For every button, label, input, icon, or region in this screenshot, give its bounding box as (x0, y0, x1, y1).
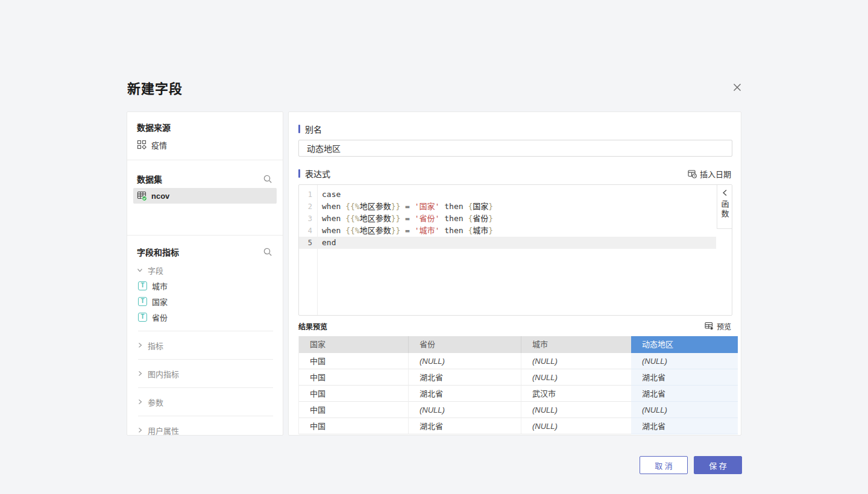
table-row: 中国湖北省武汉市湖北省 (299, 386, 737, 402)
code-text: case (317, 189, 341, 201)
dataset-item-label: ncov (151, 192, 169, 201)
table-cell: (NULL) (521, 369, 631, 386)
preview-table-body: 中国(NULL)(NULL)(NULL)中国湖北省(NULL)湖北省中国湖北省武… (299, 353, 737, 434)
chevron-right-icon (137, 370, 143, 377)
cancel-button[interactable]: 取 消 (640, 456, 688, 474)
insert-date-button[interactable]: 插入日期 (688, 168, 731, 180)
dataset-table-icon (137, 190, 148, 201)
section-bar (298, 169, 300, 178)
divider (138, 331, 273, 331)
preview-table: 国家省份城市动态地区 中国(NULL)(NULL)(NULL)中国湖北省(NUL… (298, 336, 737, 434)
save-button[interactable]: 保 存 (694, 456, 742, 474)
code-line-1[interactable]: 1case (299, 189, 716, 201)
table-row: 中国(NULL)(NULL)(NULL) (299, 353, 737, 369)
code-line-4[interactable]: 4when {{%地区参数}} = '城市' then {城市} (299, 225, 716, 237)
datasource-item-label: 疫情 (151, 139, 167, 151)
preview-table-icon (705, 322, 714, 330)
chevron-down-icon (137, 267, 143, 273)
table-row: 中国(NULL)(NULL)(NULL) (299, 402, 737, 418)
field-list: T城市T国家T省份 (137, 278, 273, 325)
text-field-icon: T (138, 297, 147, 306)
search-icon[interactable] (263, 174, 273, 184)
table-cell: 武汉市 (521, 386, 631, 402)
datasource-section-title: 数据来源 (137, 121, 273, 133)
line-number: 5 (299, 237, 317, 249)
table-cell: (NULL) (409, 353, 521, 369)
search-icon[interactable] (263, 247, 273, 257)
table-cell: 中国 (299, 418, 409, 434)
line-number: 4 (299, 225, 317, 237)
code-line-5[interactable]: 5end (299, 237, 716, 249)
datasource-icon (137, 140, 146, 149)
table-row: 中国湖北省(NULL)湖北省 (299, 418, 737, 434)
expression-label: 表达式 (305, 167, 330, 180)
dialog-footer: 取 消 保 存 (640, 456, 742, 474)
table-cell: 湖北省 (631, 369, 738, 386)
group-label: 图内指标 (148, 368, 179, 380)
sidebar: 数据来源 疫情 数据集 (127, 111, 283, 436)
field-item-label: 省份 (152, 311, 168, 323)
code-text: when {{%地区参数}} = '省份' then {省份} (317, 213, 493, 225)
result-preview-label: 结果预览 (298, 321, 327, 331)
code-line-3[interactable]: 3when {{%地区参数}} = '省份' then {省份} (299, 213, 716, 225)
functions-panel: 函数 (717, 185, 732, 229)
group-label: 指标 (148, 340, 163, 351)
group-label: 参数 (148, 396, 163, 408)
divider (138, 416, 273, 416)
group-toggle-3[interactable]: 参数 (137, 394, 273, 410)
line-number: 2 (299, 201, 317, 213)
fields-section-title: 字段和指标 (137, 246, 179, 258)
code-text: when {{%地区参数}} = '国家' then {国家} (317, 201, 493, 213)
column-header-3[interactable]: 城市 (521, 336, 631, 353)
field-group-toggle[interactable]: 字段 (137, 262, 273, 278)
insert-date-icon (688, 169, 697, 178)
divider (138, 359, 273, 360)
table-cell: 中国 (299, 369, 409, 386)
table-cell: (NULL) (521, 402, 631, 418)
expression-editor[interactable]: 1case2when {{%地区参数}} = '国家' then {国家}3wh… (298, 184, 732, 316)
table-cell: (NULL) (631, 402, 738, 418)
field-item-label: 国家 (152, 296, 168, 307)
preview-table-head: 国家省份城市动态地区 (299, 336, 737, 353)
column-header-2[interactable]: 省份 (409, 336, 521, 353)
table-cell: 中国 (299, 353, 409, 369)
field-group-label: 字段 (148, 264, 163, 276)
column-header-1[interactable]: 国家 (299, 336, 409, 353)
group-toggle-1[interactable]: 指标 (137, 337, 273, 353)
alias-input[interactable] (298, 140, 732, 157)
dataset-item-ncov[interactable]: ncov (133, 188, 277, 204)
group-toggle-4[interactable]: 用户属性 (137, 422, 273, 438)
expand-functions-button[interactable] (722, 188, 728, 198)
field-item-3[interactable]: T省份 (137, 309, 273, 325)
preview-button-label: 预览 (717, 321, 731, 331)
page-title: 新建字段 (127, 78, 183, 97)
table-cell: (NULL) (521, 353, 631, 369)
group-toggle-2[interactable]: 图内指标 (137, 366, 273, 381)
table-cell: 湖北省 (409, 369, 521, 386)
code-line-2[interactable]: 2when {{%地区参数}} = '国家' then {国家} (299, 201, 716, 213)
close-button[interactable] (729, 80, 745, 95)
functions-label: 函数 (719, 200, 731, 219)
table-cell: (NULL) (409, 402, 521, 418)
datasource-item[interactable]: 疫情 (137, 139, 273, 151)
alias-label: 别名 (305, 123, 322, 135)
field-item-label: 城市 (152, 280, 168, 292)
table-cell: (NULL) (631, 353, 738, 369)
section-bar (298, 125, 300, 133)
table-row: 中国湖北省(NULL)湖北省 (299, 369, 737, 386)
divider (138, 387, 273, 388)
table-cell: 中国 (299, 402, 409, 418)
table-cell: 湖北省 (409, 386, 521, 402)
preview-button[interactable]: 预览 (705, 321, 731, 331)
line-number: 1 (299, 189, 317, 201)
chevron-left-icon (722, 189, 728, 196)
table-cell: (NULL) (521, 418, 631, 434)
column-header-4[interactable]: 动态地区 (631, 336, 738, 353)
table-cell: 湖北省 (409, 418, 521, 434)
field-item-2[interactable]: T国家 (137, 293, 273, 309)
chevron-right-icon (137, 399, 143, 405)
insert-date-label: 插入日期 (700, 168, 731, 180)
new-field-dialog: 新建字段 数据来源 疫情 数据集 (0, 0, 868, 494)
table-cell: 湖北省 (631, 418, 738, 434)
field-item-1[interactable]: T城市 (137, 278, 273, 293)
